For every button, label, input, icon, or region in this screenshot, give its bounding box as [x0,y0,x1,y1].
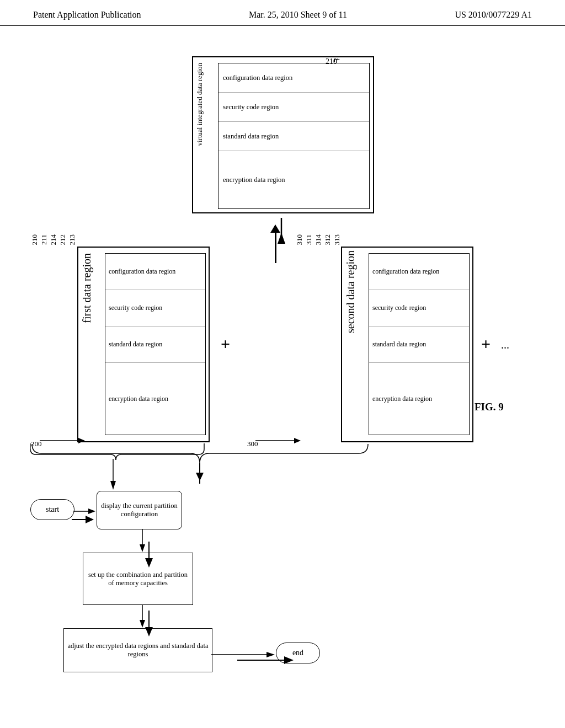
plus-sign-1: + [221,335,230,354]
ref-313: 313 [333,234,342,248]
s-row-config: configuration data region [369,254,469,290]
flowchart-setup: set up the combination and partition of … [83,553,193,605]
svg-marker-5 [86,516,94,523]
f-row-config: configuration data region [105,254,205,290]
v-row-security: security code region [218,93,369,122]
ref-314: 314 [314,234,323,248]
svg-marker-23 [266,652,275,657]
ref-311: 311 [305,234,313,247]
first-inner-rows: configuration data region security code … [105,253,206,435]
fig-label: FIG. 9 [475,401,504,413]
svg-marker-19 [140,544,145,552]
svg-marker-25 [110,481,116,490]
ref-211: 211 [40,234,49,247]
flowchart-display: display the current partition configurat… [97,491,182,529]
svg-marker-3 [196,473,204,481]
flowchart-end: end [276,643,320,663]
arrow-up-indicator [270,224,280,263]
bracket-prime: ⌐ [334,53,340,65]
second-data-box: second data region configuration data re… [341,247,473,442]
ref-310: 310 [295,234,304,248]
arrow-display-setup [137,529,148,554]
ellipsis-dots: ... [501,339,509,351]
v-row-encryption: encryption data region [218,151,369,208]
brace-arrow-down [108,459,119,492]
ref-214: 214 [49,234,58,248]
svg-marker-21 [140,620,145,628]
virtual-inner-rows: configuration data region security code … [218,63,370,209]
header-date-sheet: Mar. 25, 2010 Sheet 9 of 11 [249,10,347,20]
s-row-encryption: encryption data region [369,363,469,435]
v-row-config: configuration data region [218,63,369,93]
ref-212: 212 [58,234,67,248]
page-header: Patent Application Publication Mar. 25, … [0,0,565,26]
virtual-integrated-box: virtual integrated data region configura… [192,56,374,213]
first-box-main-label: first data region [81,253,93,323]
f-row-standard: standard data region [105,326,205,363]
svg-marker-17 [88,508,95,514]
ref-312: 312 [323,234,332,248]
second-inner-rows: configuration data region security code … [369,253,470,435]
virtual-label: virtual integrated data region [195,63,204,146]
first-data-box: first data region configuration data reg… [77,247,210,442]
arrow-adjust-end [211,649,278,660]
plus-sign-2: + [481,335,491,354]
s-row-standard: standard data region [369,326,469,363]
ref-213: 213 [68,234,77,248]
header-publication: Patent Application Publication [33,10,141,20]
arrow-start-display [73,506,98,517]
arrow-setup-adjust [137,604,148,629]
s-row-security: security code region [369,290,469,326]
f-row-security: security code region [105,290,205,326]
second-box-main-label: second data region [344,250,357,333]
f-row-encryption: encryption data region [105,363,205,435]
brace-200-300 [30,441,372,463]
flowchart-start: start [30,499,74,520]
ref-210: 210 [30,234,39,248]
v-row-standard: standard data region [218,122,369,151]
header-patent-number: US 2010/0077229 A1 [455,10,532,20]
diagram-area: virtual integrated data region configura… [0,26,565,715]
flowchart-adjust: adjust the encrypted data regions and st… [63,628,212,672]
